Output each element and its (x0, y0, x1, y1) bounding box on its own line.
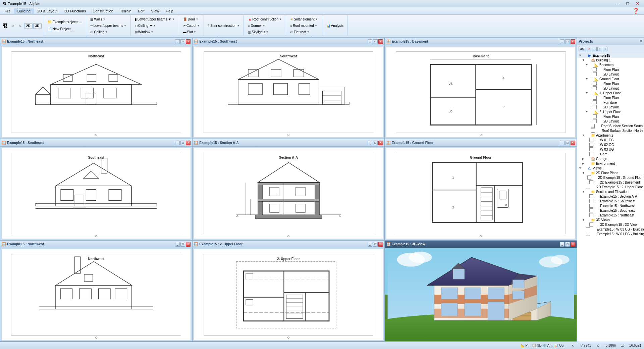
supports-button[interactable]: ▮ Lower/upper beams ▼ ▼ (133, 16, 177, 22)
tree-expand[interactable]: ▼ (585, 91, 589, 95)
menu-terrain[interactable]: Terrain (117, 8, 135, 14)
panel-ground-floor-content[interactable]: Ground Floor (386, 148, 575, 239)
tree-checkbox[interactable] (593, 86, 597, 90)
tree-expand[interactable]: ▼ (582, 134, 585, 137)
tree-item[interactable]: 2D Layout (577, 105, 644, 109)
tree-item[interactable]: ✓W 01 EG (577, 138, 644, 142)
tree-item[interactable]: ✓W 03 UG (577, 147, 644, 152)
tree-item[interactable]: ✓Example15 : Northeast (577, 213, 644, 217)
tree-checkbox[interactable]: ✓ (589, 194, 593, 198)
tree-item[interactable]: Example15 : W 01 EG - Building 1 - (577, 232, 644, 236)
tree-expand[interactable]: ▼ (579, 54, 582, 57)
tree-item[interactable]: ✓2D Example15 : Ground Floor (577, 175, 644, 180)
tree-item[interactable]: ✓Example15 : Northwest (577, 203, 644, 208)
tree-item[interactable]: Furniture (577, 100, 644, 105)
tree-expand[interactable]: ▼ (582, 218, 585, 221)
window-controls[interactable]: — □ ✕ (613, 1, 641, 6)
stair-construction-button[interactable]: ⌇ Stair construction ▼ (206, 23, 241, 29)
tree-item[interactable]: 2D Layout (577, 119, 644, 123)
analysis-button[interactable]: 📊 Analysis (324, 23, 345, 29)
window-button[interactable]: ⊞ Window ▼ (133, 29, 177, 35)
tree-item[interactable]: ▼📐Basement (577, 62, 644, 67)
panel-basement-close[interactable]: ✕ (571, 39, 575, 44)
slot-button[interactable]: ▬ Slot ▼ (181, 29, 202, 35)
tree-item[interactable]: ▼📐Ground Floor (577, 77, 644, 81)
tree-checkbox[interactable]: ✓ (589, 222, 593, 227)
maximize-button[interactable]: □ (624, 1, 631, 6)
tree-checkbox[interactable]: ✓ (589, 213, 593, 217)
toolbar-2d[interactable]: 2D (24, 23, 33, 29)
tree-item[interactable]: ✓Floor Plan (577, 95, 644, 100)
tree-checkbox[interactable]: ✓ (587, 176, 591, 180)
cutout-button[interactable]: ✂ Cutout ▼ (181, 23, 202, 29)
lower-upper-beams-button[interactable]: ═ Lower/upper beams ▼ (88, 23, 128, 29)
toolbar-3d[interactable]: 3D (33, 23, 42, 29)
solar-element-button[interactable]: ☀ Solar element ▼ (288, 16, 320, 22)
minimize-button[interactable]: — (613, 1, 622, 6)
door-button[interactable]: 🚪 Door ▼ (181, 16, 202, 22)
panel-upper-floor-close[interactable]: ✕ (378, 242, 383, 247)
tree-checkbox[interactable] (593, 72, 597, 76)
example-projects-button[interactable]: 📁 Example projects ... (45, 19, 84, 25)
toolbar-undo[interactable]: ↩ (9, 23, 16, 29)
tree-checkbox[interactable] (593, 119, 597, 123)
panel-northwest-maximize[interactable]: □ (180, 242, 185, 247)
tree-item[interactable]: Example15 : W 03 UG - Building 1 - (577, 227, 644, 232)
panel-southwest-content[interactable]: Southwest (194, 47, 383, 137)
panel-basement-content[interactable]: Basement 3a 3b 4 (386, 47, 575, 137)
tree-checkbox[interactable]: ✓ (589, 138, 593, 142)
tree-checkbox[interactable] (593, 105, 597, 109)
tree-checkbox[interactable]: ✓ (593, 114, 597, 118)
panel-southwest-close[interactable]: ✕ (378, 39, 383, 44)
menu-building[interactable]: Building (14, 8, 34, 14)
tree-item[interactable]: ✓Floor Plan (577, 67, 644, 72)
tree-checkbox[interactable] (591, 129, 595, 133)
tree-checkbox[interactable]: ✓ (589, 147, 593, 151)
tree-expand[interactable]: ▼ (579, 166, 582, 170)
panel-northwest-content[interactable]: Northwest (2, 249, 191, 340)
skylights-button[interactable]: ◫ Skylights ▼ (246, 29, 284, 35)
panel-section-aa-content[interactable]: Section A-A (194, 148, 383, 239)
tree-expand[interactable]: ▼ (585, 77, 589, 81)
ceiling-button[interactable]: ▭ Ceiling ▼ (88, 29, 128, 35)
tree-item[interactable]: ▶📁Environment (577, 161, 644, 166)
tree-checkbox[interactable] (586, 227, 590, 231)
tree-item[interactable]: 2D Layout (577, 86, 644, 91)
panel-ground-floor-minimize[interactable]: _ (560, 141, 565, 145)
panel-ground-floor-close[interactable]: ✕ (571, 141, 575, 145)
new-project-button[interactable]: 📄 New Project ... (45, 26, 84, 32)
close-button[interactable]: ✕ (634, 1, 641, 6)
projects-abl-button[interactable]: abl (579, 47, 586, 51)
tree-expand[interactable]: ▼ (585, 63, 589, 66)
panel-basement-minimize[interactable]: _ (560, 39, 565, 44)
projects-panel-close[interactable]: ✕ (639, 39, 643, 44)
tree-checkbox[interactable]: ✓ (593, 82, 597, 86)
tree-item[interactable]: ▼📁Apartments (577, 133, 644, 138)
panel-section-aa-maximize[interactable]: □ (373, 141, 378, 145)
help-icon[interactable]: ❓ (629, 7, 643, 15)
projects-down-button[interactable]: ↓ (603, 47, 607, 51)
tree-item[interactable]: ✓3D Example15 : 3D-View (577, 222, 644, 227)
tree-item[interactable]: ✓Floor Plan (577, 81, 644, 86)
panel-3dview-content[interactable] (385, 248, 577, 341)
panel-southwest-minimize[interactable]: _ (368, 39, 372, 44)
tree-item[interactable]: ✓Gem (577, 152, 644, 156)
tree-item[interactable]: ✓2D Example15 : 2. Upper Floor (577, 185, 644, 189)
tree-checkbox[interactable]: ✓ (593, 67, 597, 71)
panel-southeast-minimize[interactable]: _ (175, 141, 180, 145)
panel-3dview-maximize[interactable]: □ (565, 242, 570, 247)
panel-northwest-minimize[interactable]: _ (175, 242, 180, 247)
tree-item[interactable]: ▼📁3D Views (577, 217, 644, 222)
panel-section-aa-close[interactable]: ✕ (378, 141, 383, 145)
panel-northeast-minimize[interactable]: _ (175, 39, 180, 44)
roof-construction-button[interactable]: ▲ Roof construction ▼ (246, 16, 284, 22)
tree-item[interactable]: ✓2D Example15 : Basement (577, 180, 644, 185)
menu-edit[interactable]: Edit (135, 8, 148, 14)
tree-item[interactable]: ✓Example15 : Section A-A (577, 194, 644, 199)
menu-help[interactable]: Help (162, 8, 177, 14)
tree-item[interactable]: 2D Layout (577, 72, 644, 77)
menu-3d-functions[interactable]: 3D Functions (61, 8, 89, 14)
chimney-button[interactable]: ◻ Ceiling ▼ ▼ (133, 23, 177, 29)
tree-checkbox[interactable]: ✓ (589, 199, 593, 203)
tree-expand[interactable]: ▼ (582, 190, 585, 193)
